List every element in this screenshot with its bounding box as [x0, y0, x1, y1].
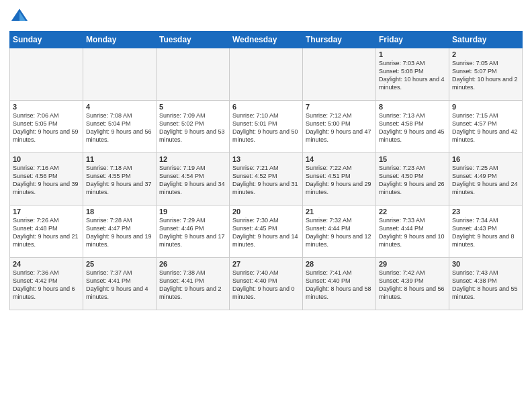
- calendar-cell: 9Sunrise: 7:15 AM Sunset: 4:57 PM Daylig…: [449, 101, 523, 153]
- day-info: Sunrise: 7:08 AM Sunset: 5:04 PM Dayligh…: [86, 111, 153, 144]
- day-info: Sunrise: 7:15 AM Sunset: 4:57 PM Dayligh…: [452, 111, 519, 144]
- day-number: 11: [86, 155, 153, 163]
- day-number: 18: [86, 208, 153, 216]
- day-info: Sunrise: 7:32 AM Sunset: 4:44 PM Dayligh…: [306, 216, 373, 249]
- day-number: 9: [452, 103, 519, 111]
- day-info: Sunrise: 7:26 AM Sunset: 4:48 PM Dayligh…: [13, 216, 80, 249]
- calendar-cell: 2Sunrise: 7:05 AM Sunset: 5:07 PM Daylig…: [449, 48, 523, 101]
- day-number: 8: [379, 103, 446, 111]
- week-row-4: 17Sunrise: 7:26 AM Sunset: 4:48 PM Dayli…: [10, 205, 523, 258]
- day-number: 15: [379, 155, 446, 163]
- calendar-cell: 4Sunrise: 7:08 AM Sunset: 5:04 PM Daylig…: [83, 101, 157, 153]
- day-info: Sunrise: 7:25 AM Sunset: 4:49 PM Dayligh…: [452, 164, 519, 197]
- day-number: 1: [379, 50, 446, 58]
- day-info: Sunrise: 7:21 AM Sunset: 4:52 PM Dayligh…: [232, 164, 300, 197]
- day-info: Sunrise: 7:13 AM Sunset: 4:58 PM Dayligh…: [379, 111, 446, 144]
- day-number: 13: [232, 155, 300, 163]
- col-header-thursday: Thursday: [303, 32, 376, 48]
- calendar-cell: 23Sunrise: 7:34 AM Sunset: 4:43 PM Dayli…: [449, 205, 523, 258]
- calendar-cell: 10Sunrise: 7:16 AM Sunset: 4:56 PM Dayli…: [10, 153, 83, 205]
- calendar-cell: [230, 48, 303, 101]
- calendar-cell: 25Sunrise: 7:37 AM Sunset: 4:41 PM Dayli…: [83, 258, 157, 310]
- day-info: Sunrise: 7:19 AM Sunset: 4:54 PM Dayligh…: [159, 164, 226, 197]
- day-number: 7: [306, 103, 373, 111]
- col-header-wednesday: Wednesday: [230, 32, 303, 48]
- day-number: 20: [232, 208, 300, 216]
- calendar-cell: [303, 48, 376, 101]
- calendar-header-row: SundayMondayTuesdayWednesdayThursdayFrid…: [10, 32, 523, 48]
- day-info: Sunrise: 7:40 AM Sunset: 4:40 PM Dayligh…: [232, 269, 300, 302]
- calendar-cell: 26Sunrise: 7:38 AM Sunset: 4:41 PM Dayli…: [157, 258, 230, 310]
- calendar-cell: 30Sunrise: 7:43 AM Sunset: 4:38 PM Dayli…: [449, 258, 523, 310]
- day-number: 22: [379, 208, 446, 216]
- calendar-cell: 1Sunrise: 7:03 AM Sunset: 5:08 PM Daylig…: [376, 48, 449, 101]
- calendar-cell: 12Sunrise: 7:19 AM Sunset: 4:54 PM Dayli…: [157, 153, 230, 205]
- calendar-cell: [83, 48, 157, 101]
- day-info: Sunrise: 7:30 AM Sunset: 4:45 PM Dayligh…: [232, 216, 300, 249]
- day-info: Sunrise: 7:28 AM Sunset: 4:47 PM Dayligh…: [86, 216, 153, 249]
- week-row-1: 1Sunrise: 7:03 AM Sunset: 5:08 PM Daylig…: [10, 48, 523, 101]
- day-number: 6: [232, 103, 300, 111]
- day-number: 28: [306, 260, 373, 268]
- day-info: Sunrise: 7:05 AM Sunset: 5:07 PM Dayligh…: [452, 59, 519, 92]
- logo-icon: [9, 7, 30, 27]
- day-info: Sunrise: 7:16 AM Sunset: 4:56 PM Dayligh…: [13, 164, 80, 197]
- day-number: 29: [379, 260, 446, 268]
- day-info: Sunrise: 7:41 AM Sunset: 4:40 PM Dayligh…: [306, 269, 373, 302]
- day-number: 19: [159, 208, 226, 216]
- day-info: Sunrise: 7:36 AM Sunset: 4:42 PM Dayligh…: [13, 269, 80, 302]
- col-header-friday: Friday: [376, 32, 449, 48]
- calendar-cell: 21Sunrise: 7:32 AM Sunset: 4:44 PM Dayli…: [303, 205, 376, 258]
- day-number: 10: [13, 155, 80, 163]
- calendar-cell: 16Sunrise: 7:25 AM Sunset: 4:49 PM Dayli…: [449, 153, 523, 205]
- day-number: 14: [306, 155, 373, 163]
- calendar-cell: 20Sunrise: 7:30 AM Sunset: 4:45 PM Dayli…: [230, 205, 303, 258]
- day-info: Sunrise: 7:22 AM Sunset: 4:51 PM Dayligh…: [306, 164, 373, 197]
- col-header-saturday: Saturday: [449, 32, 523, 48]
- calendar-cell: 17Sunrise: 7:26 AM Sunset: 4:48 PM Dayli…: [10, 205, 83, 258]
- day-info: Sunrise: 7:06 AM Sunset: 5:05 PM Dayligh…: [13, 111, 80, 144]
- calendar-cell: 22Sunrise: 7:33 AM Sunset: 4:44 PM Dayli…: [376, 205, 449, 258]
- day-info: Sunrise: 7:29 AM Sunset: 4:46 PM Dayligh…: [159, 216, 226, 249]
- day-info: Sunrise: 7:37 AM Sunset: 4:41 PM Dayligh…: [86, 269, 153, 302]
- day-number: 4: [86, 103, 153, 111]
- day-info: Sunrise: 7:33 AM Sunset: 4:44 PM Dayligh…: [379, 216, 446, 249]
- day-info: Sunrise: 7:42 AM Sunset: 4:39 PM Dayligh…: [379, 269, 446, 302]
- day-number: 23: [452, 208, 519, 216]
- day-number: 16: [452, 155, 519, 163]
- day-info: Sunrise: 7:09 AM Sunset: 5:02 PM Dayligh…: [159, 111, 226, 144]
- col-header-tuesday: Tuesday: [157, 32, 230, 48]
- calendar-cell: [10, 48, 83, 101]
- day-info: Sunrise: 7:03 AM Sunset: 5:08 PM Dayligh…: [379, 59, 446, 92]
- logo: [9, 7, 32, 27]
- calendar-cell: 7Sunrise: 7:12 AM Sunset: 5:00 PM Daylig…: [303, 101, 376, 153]
- day-info: Sunrise: 7:10 AM Sunset: 5:01 PM Dayligh…: [232, 111, 300, 144]
- day-number: 17: [13, 208, 80, 216]
- calendar-cell: [157, 48, 230, 101]
- calendar-cell: 24Sunrise: 7:36 AM Sunset: 4:42 PM Dayli…: [10, 258, 83, 310]
- day-info: Sunrise: 7:38 AM Sunset: 4:41 PM Dayligh…: [159, 269, 226, 302]
- day-number: 30: [452, 260, 519, 268]
- calendar-cell: 15Sunrise: 7:23 AM Sunset: 4:50 PM Dayli…: [376, 153, 449, 205]
- calendar-cell: 19Sunrise: 7:29 AM Sunset: 4:46 PM Dayli…: [157, 205, 230, 258]
- day-number: 21: [306, 208, 373, 216]
- day-number: 3: [13, 103, 80, 111]
- calendar-cell: 14Sunrise: 7:22 AM Sunset: 4:51 PM Dayli…: [303, 153, 376, 205]
- calendar-table: SundayMondayTuesdayWednesdayThursdayFrid…: [9, 31, 523, 310]
- calendar-cell: 3Sunrise: 7:06 AM Sunset: 5:05 PM Daylig…: [10, 101, 83, 153]
- page-header: [9, 7, 523, 27]
- day-number: 12: [159, 155, 226, 163]
- calendar-cell: 28Sunrise: 7:41 AM Sunset: 4:40 PM Dayli…: [303, 258, 376, 310]
- day-number: 26: [159, 260, 226, 268]
- calendar-cell: 13Sunrise: 7:21 AM Sunset: 4:52 PM Dayli…: [230, 153, 303, 205]
- day-number: 24: [13, 260, 80, 268]
- week-row-5: 24Sunrise: 7:36 AM Sunset: 4:42 PM Dayli…: [10, 258, 523, 310]
- col-header-sunday: Sunday: [10, 32, 83, 48]
- day-number: 25: [86, 260, 153, 268]
- day-info: Sunrise: 7:23 AM Sunset: 4:50 PM Dayligh…: [379, 164, 446, 197]
- calendar-cell: 18Sunrise: 7:28 AM Sunset: 4:47 PM Dayli…: [83, 205, 157, 258]
- day-info: Sunrise: 7:34 AM Sunset: 4:43 PM Dayligh…: [452, 216, 519, 249]
- week-row-3: 10Sunrise: 7:16 AM Sunset: 4:56 PM Dayli…: [10, 153, 523, 205]
- calendar-cell: 29Sunrise: 7:42 AM Sunset: 4:39 PM Dayli…: [376, 258, 449, 310]
- calendar-cell: 8Sunrise: 7:13 AM Sunset: 4:58 PM Daylig…: [376, 101, 449, 153]
